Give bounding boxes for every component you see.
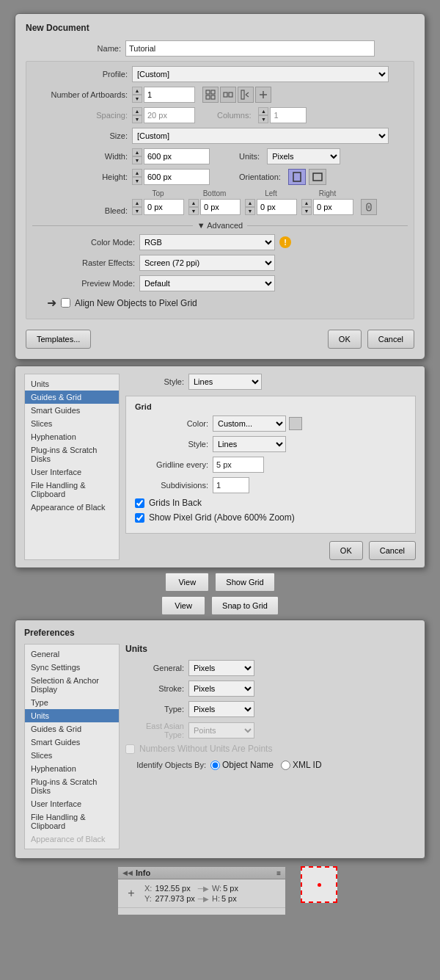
artboard-add-icon[interactable] [255, 87, 271, 103]
units-sidebar-appearance[interactable]: Appearance of Black [25, 832, 119, 846]
prefs-cancel-button[interactable]: Cancel [369, 541, 416, 560]
height-input[interactable] [144, 169, 210, 185]
gridline-every-input[interactable] [213, 457, 264, 473]
ok-button[interactable]: OK [328, 330, 362, 349]
profile-select[interactable]: [Custom] [132, 66, 389, 82]
sidebar-item-hyphenation[interactable]: Hyphenation [25, 430, 119, 443]
show-pixel-grid-checkbox[interactable] [135, 513, 144, 523]
info-panel-body: + X: 192.55 px ─▶ W: 5 px Y: 277.973 px … [118, 879, 285, 907]
sidebar-item-appearance[interactable]: Appearance of Black [25, 501, 119, 514]
height-down[interactable]: ▼ [132, 177, 142, 185]
units-select[interactable]: Pixels [267, 148, 340, 164]
sidebar-item-units[interactable]: Units [25, 377, 119, 391]
artboards-input[interactable] [144, 87, 195, 103]
sidebar-item-guides-grid[interactable]: Guides & Grid [25, 391, 119, 404]
numbers-without-units-checkbox[interactable] [125, 744, 135, 754]
spacing-label: Spacing: [32, 111, 128, 120]
advanced-toggle[interactable]: ▼ Advanced [197, 221, 243, 230]
align-checkbox[interactable] [61, 298, 70, 308]
name-input[interactable] [125, 40, 375, 57]
bleed-left-up[interactable]: ▲ [245, 199, 255, 207]
units-sidebar-slices[interactable]: Slices [25, 749, 119, 762]
spacing-input[interactable] [144, 107, 195, 123]
subdivisions-input[interactable] [213, 477, 249, 493]
color-mode-select[interactable]: RGB [139, 234, 275, 250]
artboard-row-icon[interactable] [220, 87, 236, 103]
orientation-landscape[interactable] [309, 169, 326, 185]
cancel-button[interactable]: Cancel [367, 330, 414, 349]
width-spinner: ▲ ▼ [132, 148, 210, 164]
columns-input[interactable] [270, 107, 307, 123]
radio-object-name[interactable] [210, 761, 220, 770]
grid-color-swatch[interactable] [289, 417, 302, 430]
units-general-select[interactable]: Pixels [188, 660, 254, 676]
sidebar-item-ui[interactable]: User Interface [25, 465, 119, 479]
info-panel-menu-icon[interactable]: ≡ [276, 869, 281, 877]
width-input[interactable] [144, 148, 210, 164]
prefs-ok-button[interactable]: OK [329, 541, 363, 560]
bleed-left-input[interactable] [257, 199, 297, 215]
spacing-down[interactable]: ▼ [132, 115, 142, 123]
artboard-arrange-by-col-icon[interactable] [238, 87, 254, 103]
svg-rect-8 [313, 173, 322, 181]
raster-effects-select[interactable]: Screen (72 ppi) [139, 255, 275, 271]
show-grid-button[interactable]: Show Grid [215, 573, 274, 592]
sidebar-item-slices[interactable]: Slices [25, 417, 119, 430]
units-sidebar-hyphenation[interactable]: Hyphenation [25, 762, 119, 775]
artboards-down[interactable]: ▼ [132, 95, 142, 103]
artboard-grid-icon[interactable] [202, 87, 219, 103]
grid-section: Grid Color: Custom... Style: Lines [125, 396, 416, 534]
sidebar-item-file-handling[interactable]: File Handling & Clipboard [25, 479, 119, 501]
units-type-select[interactable]: Pixels [188, 701, 254, 717]
radio-xml-id[interactable] [281, 761, 290, 770]
units-sidebar-sync[interactable]: Sync Settings [25, 661, 119, 674]
bleed-top-down[interactable]: ▼ [132, 207, 142, 215]
width-down[interactable]: ▼ [132, 156, 142, 164]
orientation-label: Orientation: [239, 173, 281, 181]
units-east-asian-select[interactable]: Points [188, 722, 254, 738]
view-button-1[interactable]: View [165, 573, 209, 592]
bleed-left-down[interactable]: ▼ [245, 207, 255, 215]
sidebar-item-smart-guides[interactable]: Smart Guides [25, 404, 119, 417]
orientation-portrait[interactable] [288, 169, 306, 185]
preview-mode-select[interactable]: Default [139, 275, 275, 291]
profile-label: Profile: [32, 70, 128, 79]
bleed-top-input[interactable] [144, 199, 184, 215]
grid-color-select[interactable]: Custom... [213, 415, 286, 432]
grid-style-select[interactable]: Lines [213, 436, 286, 452]
height-up[interactable]: ▲ [132, 169, 142, 177]
spacing-up[interactable]: ▲ [132, 107, 142, 115]
units-sidebar-type[interactable]: Type [25, 696, 119, 709]
units-stroke-select[interactable]: Pixels [188, 680, 254, 697]
bleed-bottom-input[interactable] [200, 199, 241, 215]
units-sidebar-ui[interactable]: User Interface [25, 797, 119, 810]
units-sidebar-file[interactable]: File Handling & Clipboard [25, 810, 119, 832]
units-sidebar-general[interactable]: General [25, 647, 119, 661]
units-sidebar-smart-guides[interactable]: Smart Guides [25, 736, 119, 749]
templates-button[interactable]: Templates... [26, 330, 91, 349]
bleed-right-down[interactable]: ▼ [301, 207, 312, 215]
guide-style-select[interactable]: Lines [188, 374, 262, 390]
snap-to-grid-button[interactable]: Snap to Grid [211, 596, 279, 615]
size-select[interactable]: [Custom] [132, 128, 389, 144]
bleed-right-up[interactable]: ▲ [301, 199, 312, 207]
artboards-up[interactable]: ▲ [132, 87, 142, 95]
units-sidebar-guides[interactable]: Guides & Grid [25, 722, 119, 736]
grids-in-back-checkbox[interactable] [135, 498, 144, 508]
bleed-bottom-up[interactable]: ▲ [188, 199, 199, 207]
sidebar-item-plugins[interactable]: Plug-ins & Scratch Disks [25, 443, 119, 465]
info-panel-collapse-icon[interactable]: ◀◀ [122, 869, 133, 876]
bleed-bottom-down[interactable]: ▼ [188, 207, 199, 215]
columns-spinner: ▲ ▼ [258, 107, 307, 123]
bleed-top-up[interactable]: ▲ [132, 199, 142, 207]
view-button-2[interactable]: View [161, 596, 205, 615]
columns-up[interactable]: ▲ [258, 107, 268, 115]
units-sidebar-units[interactable]: Units [25, 709, 119, 722]
bleed-right-input[interactable] [313, 199, 353, 215]
columns-down[interactable]: ▼ [258, 115, 268, 123]
bleed-link-icon[interactable] [361, 199, 377, 215]
grids-in-back-label: Grids In Back [149, 498, 202, 508]
width-up[interactable]: ▲ [132, 148, 142, 156]
units-sidebar-selection[interactable]: Selection & Anchor Display [25, 674, 119, 696]
units-sidebar-plugins[interactable]: Plug-ins & Scratch Disks [25, 775, 119, 797]
